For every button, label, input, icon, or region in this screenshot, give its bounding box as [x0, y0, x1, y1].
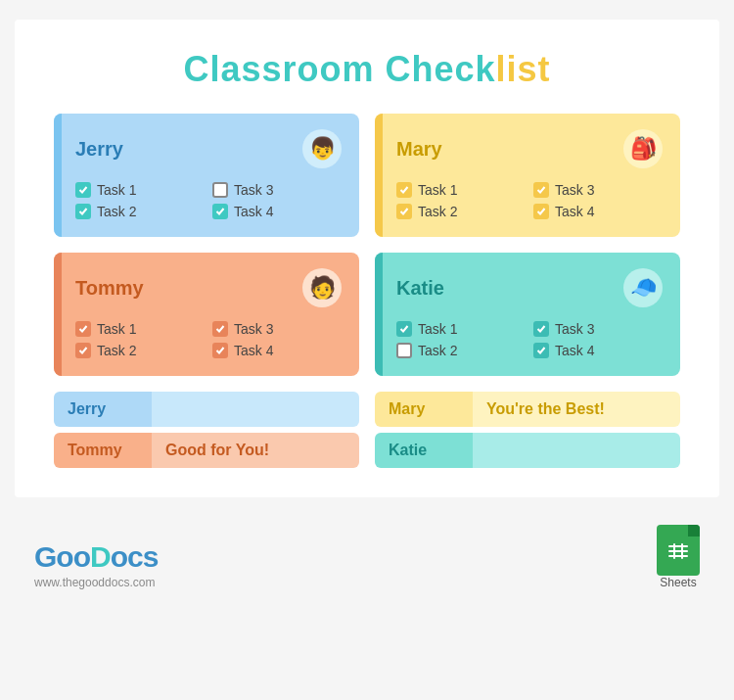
card-tommy: Tommy 🧑 Task 1 Task 3 Task 2 T — [54, 253, 359, 376]
svg-rect-0 — [668, 545, 688, 547]
card-name-jerry: Jerry — [75, 138, 123, 161]
checkbox-katie-2[interactable] — [396, 343, 412, 358]
checkbox-mary-3[interactable] — [533, 182, 549, 198]
main-page: Classroom Checklist Jerry 👦 Task 1 Task … — [15, 20, 719, 497]
summary-value-jerry — [152, 392, 359, 427]
checkbox-tommy-4[interactable] — [212, 343, 228, 358]
svg-rect-1 — [668, 550, 688, 552]
sheets-icon: Sheets — [657, 525, 700, 589]
sheets-label: Sheets — [660, 576, 696, 589]
svg-rect-2 — [668, 555, 688, 557]
summary-value-mary: You're the Best! — [473, 392, 680, 427]
svg-rect-4 — [681, 543, 683, 559]
task-katie-3: Task 3 — [533, 321, 663, 337]
checkbox-katie-3[interactable] — [533, 321, 549, 337]
card-accent-mary — [375, 114, 383, 237]
checkbox-katie-4[interactable] — [533, 343, 549, 358]
card-accent-jerry — [54, 114, 62, 237]
card-name-mary: Mary — [396, 138, 442, 161]
avatar-mary: 🎒 — [623, 129, 663, 168]
avatar-jerry: 👦 — [302, 129, 342, 168]
checkbox-mary-2[interactable] — [396, 204, 412, 219]
task-tommy-2: Task 2 — [75, 343, 205, 358]
task-tommy-4: Task 4 — [212, 343, 342, 358]
sheets-grid-icon — [665, 537, 691, 563]
card-header-tommy: Tommy 🧑 — [71, 268, 342, 307]
checkbox-mary-4[interactable] — [533, 204, 549, 219]
summary-name-tommy: Tommy — [54, 433, 152, 468]
task-jerry-1: Task 1 — [75, 182, 205, 198]
checkbox-katie-1[interactable] — [396, 321, 412, 337]
summary-name-mary: Mary — [375, 392, 473, 427]
avatar-katie: 🧢 — [623, 268, 663, 307]
checkbox-jerry-4[interactable] — [212, 204, 228, 219]
checkbox-tommy-3[interactable] — [212, 321, 228, 337]
summary-value-katie — [473, 433, 680, 468]
task-jerry-4: Task 4 — [212, 204, 342, 219]
tasks-katie: Task 1 Task 3 Task 2 Task 4 — [392, 321, 663, 358]
cards-grid: Jerry 👦 Task 1 Task 3 Task 2 T — [54, 114, 680, 376]
tasks-mary: Task 1 Task 3 Task 2 Task 4 — [392, 182, 663, 219]
task-mary-4: Task 4 — [533, 204, 663, 219]
task-jerry-2: Task 2 — [75, 204, 205, 219]
card-katie: Katie 🧢 Task 1 Task 3 Task 2 T — [375, 253, 680, 376]
card-accent-katie — [375, 253, 383, 376]
card-header-jerry: Jerry 👦 — [71, 129, 342, 168]
summary-row-mary: Mary You're the Best! — [375, 392, 680, 427]
checkbox-tommy-2[interactable] — [75, 343, 91, 358]
task-tommy-3: Task 3 — [212, 321, 342, 337]
summary-row-jerry: Jerry — [54, 392, 359, 427]
task-mary-1: Task 1 — [396, 182, 526, 198]
tasks-tommy: Task 1 Task 3 Task 2 Task 4 — [71, 321, 342, 358]
summary-grid: Jerry Tommy Good for You! Mary You're th… — [54, 392, 680, 468]
tasks-jerry: Task 1 Task 3 Task 2 Task 4 — [71, 182, 342, 219]
checkbox-jerry-2[interactable] — [75, 204, 91, 219]
summary-name-katie: Katie — [375, 433, 473, 468]
avatar-tommy: 🧑 — [302, 268, 342, 307]
card-header-katie: Katie 🧢 — [392, 268, 663, 307]
summary-value-tommy: Good for You! — [152, 433, 359, 468]
summary-row-katie: Katie — [375, 433, 680, 468]
task-katie-4: Task 4 — [533, 343, 663, 358]
checkbox-tommy-1[interactable] — [75, 321, 91, 337]
task-katie-2: Task 2 — [396, 343, 526, 358]
task-katie-1: Task 1 — [396, 321, 526, 337]
summary-row-tommy: Tommy Good for You! — [54, 433, 359, 468]
task-tommy-1: Task 1 — [75, 321, 205, 337]
card-jerry: Jerry 👦 Task 1 Task 3 Task 2 T — [54, 114, 359, 237]
logo-url: www.thegooddocs.com — [34, 576, 158, 589]
card-header-mary: Mary 🎒 — [392, 129, 663, 168]
summary-name-jerry: Jerry — [54, 392, 152, 427]
summary-left: Jerry Tommy Good for You! — [54, 392, 359, 468]
checkbox-jerry-3[interactable] — [212, 182, 228, 198]
sheets-square — [657, 525, 700, 576]
card-name-katie: Katie — [396, 277, 444, 300]
checkbox-mary-1[interactable] — [396, 182, 412, 198]
task-jerry-3: Task 3 — [212, 182, 342, 198]
footer: GooDocs www.thegooddocs.com Sheets — [15, 525, 719, 589]
summary-right: Mary You're the Best! Katie — [375, 392, 680, 468]
sheets-corner — [688, 525, 700, 537]
svg-rect-3 — [673, 543, 675, 559]
card-accent-tommy — [54, 253, 62, 376]
task-mary-2: Task 2 — [396, 204, 526, 219]
page-title: Classroom Checklist — [54, 49, 680, 90]
card-name-tommy: Tommy — [75, 277, 144, 300]
footer-logo: GooDocs www.thegooddocs.com — [34, 540, 158, 589]
task-mary-3: Task 3 — [533, 182, 663, 198]
logo-text: GooDocs — [34, 540, 158, 574]
card-mary: Mary 🎒 Task 1 Task 3 Task 2 Ta — [375, 114, 680, 237]
checkbox-jerry-1[interactable] — [75, 182, 91, 198]
